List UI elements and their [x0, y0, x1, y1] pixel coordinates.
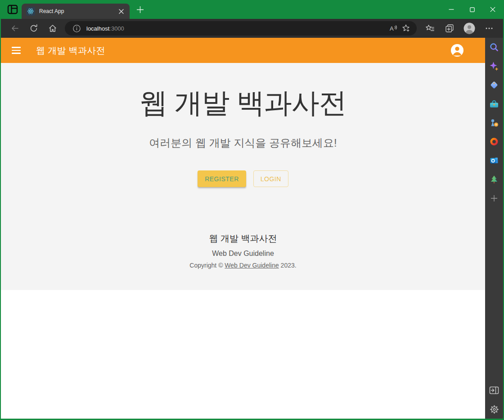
site-footer: 웹 개발 백과사전 Web Dev Guideline Copyright © …: [1, 231, 485, 270]
react-icon: [26, 7, 35, 16]
hero-title: 웹 개발 백과사전: [1, 85, 485, 121]
profile-avatar[interactable]: [463, 22, 476, 35]
toolbar-right-icons: [423, 22, 497, 35]
minimize-icon[interactable]: [441, 0, 462, 19]
url-host: localhost: [86, 25, 109, 32]
add-favorite-icon[interactable]: [400, 22, 412, 35]
footer-team-name: Web Dev Guideline: [1, 247, 485, 260]
tab-close-icon[interactable]: [116, 6, 126, 16]
settings-icon[interactable]: [485, 400, 503, 419]
collections-icon[interactable]: [443, 22, 456, 35]
shopping-tag-icon[interactable]: [485, 76, 503, 94]
footer-copyright: Copyright © Web Dev Guideline 2023.: [1, 261, 485, 270]
search-icon[interactable]: [485, 38, 503, 57]
settings-menu-icon[interactable]: [482, 22, 496, 35]
read-aloud-icon[interactable]: A: [387, 22, 400, 35]
browser-toolbar: localhost:3000 A: [1, 19, 503, 38]
tree-icon[interactable]: [485, 170, 503, 189]
copyright-suffix: 2023.: [279, 262, 297, 269]
menu-icon[interactable]: [12, 45, 23, 56]
office-icon[interactable]: [485, 132, 503, 151]
address-bar[interactable]: localhost:3000 A: [65, 21, 417, 36]
login-button[interactable]: LOGIN: [253, 170, 288, 187]
toolbox-icon[interactable]: [485, 94, 503, 113]
outlook-icon[interactable]: [485, 151, 503, 170]
add-sidebar-item-icon[interactable]: [485, 189, 503, 208]
new-tab-icon[interactable]: [134, 4, 146, 15]
account-circle-icon[interactable]: [450, 43, 464, 58]
register-button[interactable]: REGISTER: [198, 170, 246, 187]
hero-subtitle: 여러분의 웹 개발 지식을 공유해보세요!: [1, 136, 485, 150]
refresh-icon[interactable]: [27, 22, 40, 35]
app-bar-title: 웹 개발 백과사전: [36, 45, 105, 57]
hero-section: 웹 개발 백과사전 여러분의 웹 개발 지식을 공유해보세요! REGISTER…: [1, 63, 485, 290]
edge-sidebar: [485, 38, 503, 419]
web-page: 웹 개발 백과사전 웹 개발 백과사전 여러분의 웹 개발 지식을 공유해보세요…: [1, 38, 485, 419]
favorites-icon[interactable]: [423, 22, 436, 35]
back-icon[interactable]: [8, 22, 22, 35]
svg-text:A: A: [390, 25, 394, 32]
browser-window: React App: [0, 0, 504, 420]
page-background: [1, 290, 485, 419]
title-bar: React App: [1, 0, 503, 19]
browser-tab[interactable]: React App: [22, 4, 130, 19]
window-controls: [441, 0, 503, 19]
workspaces-icon[interactable]: [6, 3, 19, 16]
site-info-icon[interactable]: [70, 22, 83, 35]
tab-title: React App: [39, 8, 116, 14]
url-port: :3000: [109, 25, 124, 32]
games-icon[interactable]: [485, 113, 503, 132]
close-window-icon[interactable]: [482, 0, 503, 19]
copyright-prefix: Copyright ©: [189, 262, 225, 269]
hero-buttons: REGISTER LOGIN: [1, 170, 485, 187]
home-icon[interactable]: [46, 22, 59, 35]
footer-site-name: 웹 개발 백과사전: [1, 231, 485, 246]
app-bar: 웹 개발 백과사전: [1, 38, 485, 63]
maximize-icon[interactable]: [462, 0, 482, 19]
copilot-icon[interactable]: [485, 57, 503, 76]
copyright-link[interactable]: Web Dev Guideline: [225, 262, 279, 269]
open-in-sidebar-icon[interactable]: [485, 381, 503, 400]
url-text[interactable]: localhost:3000: [86, 25, 387, 32]
